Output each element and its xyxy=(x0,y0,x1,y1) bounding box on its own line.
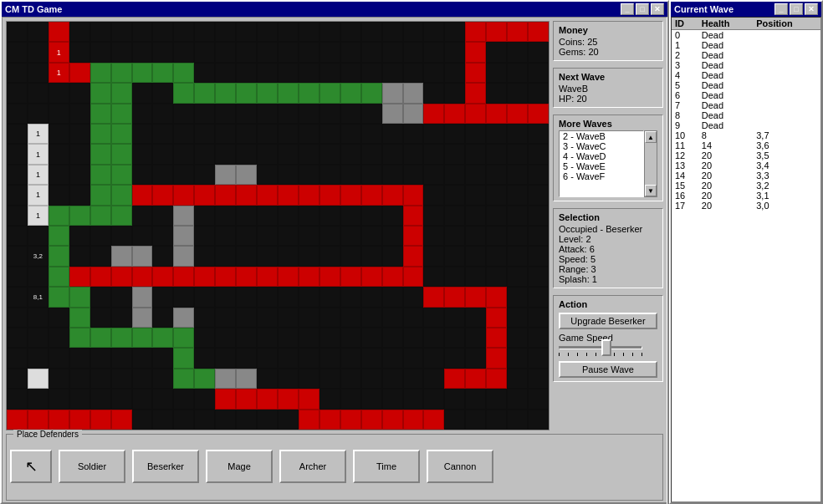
grid-cell[interactable] xyxy=(111,206,132,226)
grid-cell[interactable] xyxy=(299,63,319,83)
grid-cell[interactable] xyxy=(28,267,49,287)
grid-cell[interactable] xyxy=(382,328,403,348)
grid-cell[interactable] xyxy=(507,104,528,124)
grid-cell[interactable] xyxy=(465,369,486,389)
grid-cell[interactable] xyxy=(28,22,49,42)
grid-cell[interactable] xyxy=(382,348,403,368)
grid-cell[interactable] xyxy=(69,308,90,328)
grid-cell[interactable] xyxy=(69,165,90,185)
grid-cell[interactable] xyxy=(194,206,215,226)
grid-cell[interactable] xyxy=(361,104,382,124)
grid-cell[interactable] xyxy=(152,328,173,348)
list-item[interactable]: 5 - WaveE xyxy=(560,161,643,171)
mage-btn[interactable]: Mage xyxy=(206,450,273,483)
wave-minimize-btn[interactable]: _ xyxy=(774,3,788,15)
cursor-btn[interactable]: ↖ xyxy=(10,450,52,483)
grid-cell[interactable] xyxy=(173,308,194,328)
grid-cell[interactable] xyxy=(299,267,319,287)
grid-cell[interactable] xyxy=(465,267,486,287)
grid-cell[interactable] xyxy=(361,165,382,185)
grid-cell[interactable] xyxy=(152,267,173,287)
grid-cell[interactable] xyxy=(486,410,507,430)
grid-cell[interactable] xyxy=(257,144,278,164)
archer-btn[interactable]: Archer xyxy=(279,450,346,483)
grid-cell[interactable] xyxy=(7,328,28,348)
grid-cell[interactable] xyxy=(49,83,69,103)
grid-cell[interactable] xyxy=(173,185,194,205)
grid-cell[interactable] xyxy=(215,42,236,62)
grid-cell[interactable] xyxy=(111,42,132,62)
grid-cell[interactable] xyxy=(90,124,111,144)
grid-cell[interactable] xyxy=(382,267,403,287)
grid-cell[interactable] xyxy=(444,389,465,409)
grid-cell[interactable] xyxy=(278,104,299,124)
grid-cell[interactable] xyxy=(111,410,132,430)
grid-cell[interactable] xyxy=(173,348,194,368)
grid-cell[interactable] xyxy=(361,185,382,205)
grid-cell[interactable] xyxy=(28,389,49,409)
grid-cell[interactable] xyxy=(278,267,299,287)
grid-cell[interactable] xyxy=(340,389,361,409)
grid-cell[interactable] xyxy=(403,267,424,287)
grid-cell[interactable] xyxy=(152,226,173,246)
grid-cell[interactable] xyxy=(194,63,215,83)
grid-cell[interactable] xyxy=(132,389,153,409)
grid-cell[interactable] xyxy=(236,389,257,409)
grid-cell[interactable] xyxy=(132,63,153,83)
grid-cell[interactable] xyxy=(69,348,90,368)
grid-cell[interactable] xyxy=(299,206,319,226)
grid-cell[interactable] xyxy=(403,246,424,266)
grid-cell[interactable] xyxy=(528,308,549,328)
grid-cell[interactable] xyxy=(423,165,444,185)
list-item[interactable]: 6 - WaveF xyxy=(560,171,643,181)
grid-cell[interactable] xyxy=(173,389,194,409)
grid-cell[interactable] xyxy=(486,104,507,124)
speed-slider-track[interactable] xyxy=(559,346,642,349)
grid-cell[interactable] xyxy=(507,206,528,226)
grid-cell[interactable] xyxy=(111,267,132,287)
grid-cell[interactable] xyxy=(111,369,132,389)
grid-cell[interactable] xyxy=(152,42,173,62)
grid-cell[interactable] xyxy=(340,42,361,62)
grid-cell[interactable] xyxy=(299,226,319,246)
grid-cell[interactable] xyxy=(257,328,278,348)
wave-title-buttons[interactable]: _ □ ✕ xyxy=(774,3,818,15)
grid-cell[interactable] xyxy=(423,287,444,307)
grid-cell[interactable] xyxy=(278,124,299,144)
grid-cell[interactable] xyxy=(236,348,257,368)
grid-cell[interactable] xyxy=(278,348,299,368)
grid-cell[interactable] xyxy=(340,165,361,185)
grid-cell[interactable] xyxy=(444,185,465,205)
grid-cell[interactable] xyxy=(361,226,382,246)
grid-cell[interactable] xyxy=(444,22,465,42)
grid-cell[interactable] xyxy=(152,63,173,83)
grid-cell[interactable] xyxy=(528,22,549,42)
grid-cell[interactable] xyxy=(257,22,278,42)
grid-cell[interactable] xyxy=(361,410,382,430)
grid-cell[interactable] xyxy=(507,83,528,103)
grid-cell[interactable] xyxy=(361,287,382,307)
grid-cell[interactable] xyxy=(7,22,28,42)
grid-cell[interactable] xyxy=(173,104,194,124)
grid-cell[interactable] xyxy=(236,144,257,164)
grid-cell[interactable] xyxy=(132,246,153,266)
grid-cell[interactable] xyxy=(111,287,132,307)
grid-cell[interactable] xyxy=(382,287,403,307)
grid-cell[interactable] xyxy=(278,410,299,430)
grid-cell[interactable] xyxy=(90,42,111,62)
grid-cell[interactable] xyxy=(319,104,340,124)
grid-cell[interactable] xyxy=(152,389,173,409)
grid-cell[interactable] xyxy=(215,267,236,287)
grid-cell[interactable] xyxy=(111,185,132,205)
grid-cell[interactable] xyxy=(403,22,424,42)
grid-cell[interactable] xyxy=(340,369,361,389)
grid-cell[interactable] xyxy=(486,124,507,144)
grid-cell[interactable] xyxy=(152,206,173,226)
grid-cell[interactable] xyxy=(49,206,69,226)
grid-cell[interactable] xyxy=(361,246,382,266)
grid-cell[interactable] xyxy=(90,206,111,226)
grid-cell[interactable] xyxy=(423,22,444,42)
grid-cell[interactable] xyxy=(465,348,486,368)
grid-cell[interactable] xyxy=(382,246,403,266)
grid-cell[interactable] xyxy=(319,267,340,287)
